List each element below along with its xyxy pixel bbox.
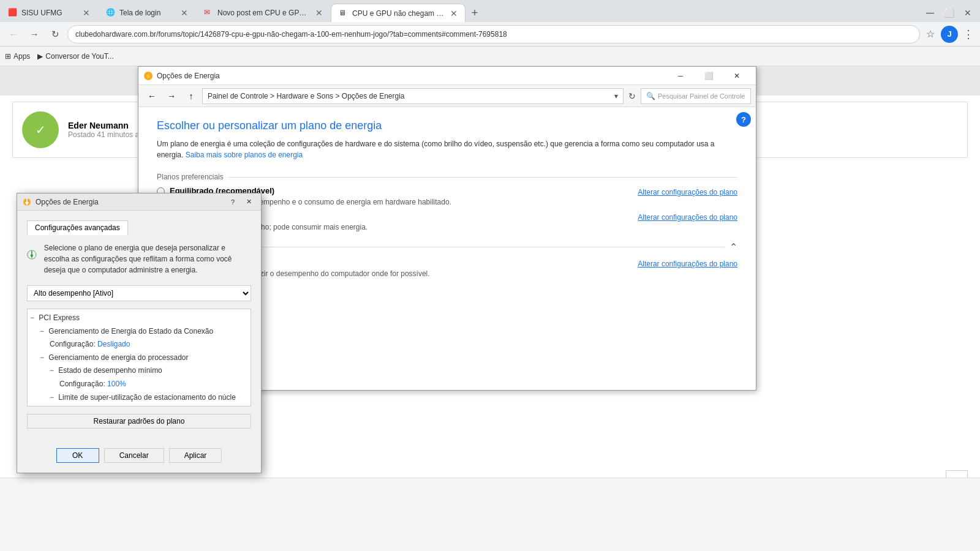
dialog-search[interactable]: 🔍 Pesquisar Painel de Controle <box>641 88 751 104</box>
tab-close-login[interactable]: ✕ <box>181 8 188 18</box>
breadcrumb[interactable]: Painel de Controle > Hardware e Sons > O… <box>202 88 624 104</box>
tree-min-perf-config-value: 100% <box>107 380 126 388</box>
main-dialog-minimize[interactable]: ─ <box>666 67 695 85</box>
search-icon: 🔍 <box>646 92 655 100</box>
new-tab-button[interactable]: + <box>466 4 484 22</box>
ok-button[interactable]: OK <box>56 448 99 463</box>
youtube-label: Conversor de YouT... <box>45 52 113 61</box>
minimize-button[interactable]: ─ <box>922 7 938 20</box>
tree-connection-children: Configuração: Desligado <box>50 338 248 351</box>
small-dialog-title-buttons: ? ✕ <box>225 195 256 209</box>
tree-processor-energy[interactable]: − Gerenciamento de energia do processado… <box>40 351 248 365</box>
plan-high-perf-link[interactable]: Alterar configurações do plano <box>638 213 737 222</box>
dialog-nav-back[interactable]: ← <box>143 88 160 104</box>
expand-connection[interactable]: − <box>40 327 44 335</box>
energy-description: Um plano de energia é uma coleção de con… <box>157 138 737 160</box>
dialog-refresh-button[interactable]: ↻ <box>626 91 638 101</box>
tab-title-sisu: SISU UFMG <box>21 9 79 17</box>
small-dialog-description: Selecione o plano de energia que deseja … <box>44 242 251 276</box>
tab-close-active[interactable]: ✕ <box>450 9 458 18</box>
cancel-button[interactable]: Cancelar <box>104 448 164 463</box>
restore-button[interactable]: ⬜ <box>940 8 958 18</box>
small-dialog-title: Opções de Energia <box>36 198 222 206</box>
plan-power-save-link[interactable]: Alterar configurações do plano <box>638 260 737 268</box>
main-dialog-maximize[interactable]: ⬜ <box>695 67 723 85</box>
settings-tree[interactable]: − PCI Express − Gerenciamento de Energia… <box>27 309 251 407</box>
plan-balanced-link[interactable]: Alterar configurações do plano <box>638 188 737 197</box>
help-icon[interactable]: ? <box>736 112 751 127</box>
tree-core-parking[interactable]: − Limite de super-utilização de estacion… <box>50 391 248 405</box>
tree-min-perf-config: Configuração: 100% <box>59 378 248 391</box>
plan-select[interactable]: Alto desempenho [Ativo] <box>27 285 251 301</box>
collapse-additional-plans[interactable]: ⌃ <box>729 241 737 253</box>
more-options-button[interactable]: ⋮ <box>962 28 975 41</box>
tab-title-active: CPU e GPU não chegam a 100%... <box>352 9 447 18</box>
tree-connection-config-value: Desligado <box>97 340 130 348</box>
main-dialog-close[interactable]: ✕ <box>723 67 751 85</box>
tab-email[interactable]: ✉ Novo post em CPU e GPU não ch... ✕ <box>196 4 331 22</box>
tab-login[interactable]: 🌐 Tela de login ✕ <box>98 4 196 22</box>
apply-button[interactable]: Aplicar <box>169 448 222 463</box>
tree-pci-label: PCI Express <box>39 313 80 322</box>
forward-button[interactable]: → <box>26 26 43 43</box>
small-dialog-help[interactable]: ? <box>225 195 240 209</box>
small-dialog-close[interactable]: ✕ <box>241 195 256 209</box>
learn-more-link[interactable]: Saiba mais sobre planos de energia <box>186 151 303 159</box>
energy-title-icon: ⚡ <box>143 71 153 81</box>
expand-pci[interactable]: − <box>30 313 34 322</box>
restore-defaults-button[interactable]: Restaurar padrões do plano <box>27 414 251 429</box>
bookmark-star-icon[interactable]: ☆ <box>924 28 937 40</box>
tree-connection-label: Gerenciamento de Energia do Estado da Co… <box>48 327 213 335</box>
tab-icon-email: ✉ <box>204 8 214 18</box>
preferred-plans-line <box>228 177 737 178</box>
small-dialog-title-icon <box>22 197 32 207</box>
tree-connection-config: Configuração: Desligado <box>50 338 248 351</box>
small-dialog-dropdown: Alto desempenho [Ativo] <box>27 285 251 301</box>
tab-close-email[interactable]: ✕ <box>315 8 323 18</box>
tree-core-parking-children: Configuração: 100% <box>59 404 248 407</box>
address-bar[interactable] <box>67 25 920 43</box>
tab-title-email: Novo post em CPU e GPU não ch... <box>217 9 312 17</box>
tree-processor-label: Gerenciamento de energia do processador <box>48 353 188 362</box>
svg-text:⚡: ⚡ <box>145 72 153 80</box>
dialog-nav-up[interactable]: ↑ <box>183 88 200 104</box>
tree-core-parking-config-label: Configuração: <box>59 406 107 407</box>
tab-active[interactable]: 🖥 CPU e GPU não chegam a 100%... ✕ <box>331 4 466 22</box>
tab-advanced-settings[interactable]: Configurações avançadas <box>27 220 128 235</box>
tree-core-parking-config: Configuração: 100% <box>59 404 248 407</box>
expand-processor[interactable]: − <box>40 353 44 362</box>
expand-core-parking[interactable]: − <box>50 393 54 402</box>
breadcrumb-arrow[interactable]: ▾ <box>614 92 618 100</box>
tree-pci-express[interactable]: − PCI Express <box>30 312 248 325</box>
post-avatar: ✓ <box>22 111 59 148</box>
youtube-icon: ▶ <box>37 52 43 61</box>
browser-chrome: 🟥 SISU UFMG ✕ 🌐 Tela de login ✕ ✉ Novo p… <box>0 0 980 66</box>
tree-pci-children: − Gerenciamento de Energia do Estado da … <box>40 325 248 407</box>
close-button[interactable]: ✕ <box>960 8 975 18</box>
bookmark-youtube[interactable]: ▶ Conversor de YouT... <box>37 52 113 61</box>
small-dialog-tabs: Configurações avançadas <box>27 220 251 235</box>
tab-close-sisu[interactable]: ✕ <box>83 8 90 18</box>
profile-button[interactable]: J <box>941 26 958 43</box>
main-dialog-titlebar: ⚡ Opções de Energia ─ ⬜ ✕ <box>138 67 756 85</box>
preferred-plans-label: Planos preferenciais <box>157 173 224 181</box>
tree-connection-config-label: Configuração: <box>50 340 97 348</box>
small-dialog-titlebar: Opções de Energia ? ✕ <box>17 193 261 211</box>
expand-min-perf[interactable]: − <box>50 366 54 375</box>
tree-min-perf[interactable]: − Estado de desempenho mínimo <box>50 364 248 378</box>
power-settings-icon <box>27 242 37 267</box>
bookmark-apps[interactable]: ⊞ Apps <box>5 52 30 61</box>
back-button[interactable]: ← <box>5 26 22 43</box>
preferred-plans-title: Planos preferenciais <box>157 173 737 181</box>
reload-button[interactable]: ↻ <box>47 26 64 43</box>
page-background: ✓ Eder Neumann Postado 41 minutos atrás … <box>0 66 980 551</box>
tree-connection-state[interactable]: − Gerenciamento de Energia do Estado da … <box>40 325 248 339</box>
energy-heading: Escolher ou personalizar um plano de ene… <box>157 119 737 132</box>
dialog-nav-forward[interactable]: → <box>163 88 180 104</box>
small-dialog-content: Configurações avançadas Selecione o plan… <box>17 211 261 443</box>
main-dialog-title-buttons: ─ ⬜ ✕ <box>666 67 751 85</box>
search-placeholder: Pesquisar Painel de Controle <box>658 92 745 100</box>
apps-icon: ⊞ <box>5 52 11 61</box>
tab-sisu-ufmg[interactable]: 🟥 SISU UFMG ✕ <box>0 4 98 22</box>
apps-label: Apps <box>13 52 30 61</box>
